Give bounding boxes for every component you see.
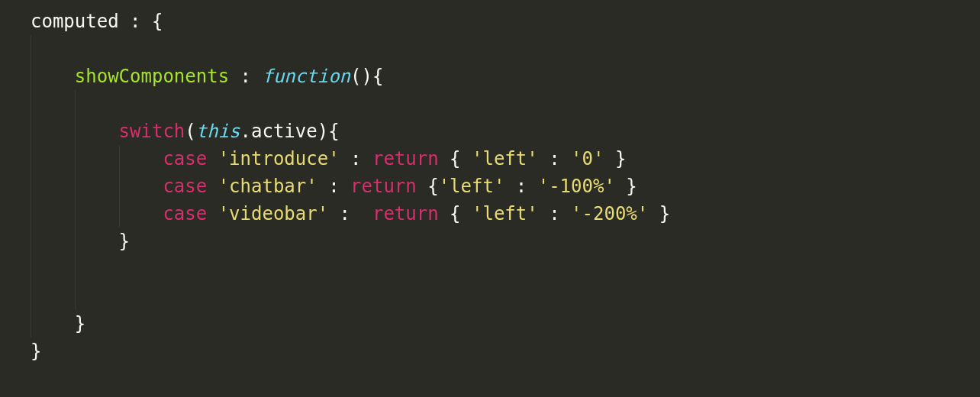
string-literal: 'left' <box>472 148 538 169</box>
punctuation: } <box>604 148 626 169</box>
punctuation: : <box>505 176 537 197</box>
keyword-case: case <box>163 148 207 169</box>
keyword-switch: switch <box>119 121 185 142</box>
code-line: case 'chatbar' : return {'left' : '-100%… <box>31 173 980 200</box>
code-line: } <box>31 310 980 337</box>
code-line: } <box>31 228 980 255</box>
keyword-return: return <box>350 176 417 197</box>
punctuation: : <box>229 66 262 87</box>
code-line: showComponents : function(){ <box>31 63 980 90</box>
punctuation: } <box>31 341 41 362</box>
punctuation: { <box>439 148 472 169</box>
code-line <box>31 282 980 310</box>
property-name: computed <box>31 11 119 32</box>
string-literal: 'introduce' <box>218 148 340 169</box>
keyword-case: case <box>163 176 207 197</box>
code-line <box>31 35 980 63</box>
string-literal: 'videobar' <box>218 203 329 224</box>
punctuation: : <box>538 148 571 169</box>
code-line: } <box>31 337 980 365</box>
punctuation: : { <box>119 11 163 32</box>
punctuation: : <box>328 203 361 224</box>
punctuation: } <box>119 231 130 252</box>
punctuation: : <box>340 148 372 169</box>
string-literal: '-200%' <box>571 203 648 224</box>
punctuation: } <box>615 176 637 197</box>
code-line <box>31 90 980 118</box>
punctuation: { <box>417 176 439 197</box>
string-literal: '-100%' <box>538 176 615 197</box>
keyword-function: function <box>262 66 350 87</box>
code-line: case 'introduce' : return { 'left' : '0'… <box>31 145 980 173</box>
property-name: showComponents <box>75 66 229 87</box>
punctuation: } <box>75 313 85 334</box>
string-literal: 'chatbar' <box>218 176 318 197</box>
string-literal: 'left' <box>439 176 505 197</box>
punctuation: : <box>538 203 571 224</box>
punctuation: : <box>318 176 350 197</box>
punctuation: { <box>439 203 472 224</box>
code-line: computed : { <box>31 8 980 35</box>
punctuation: (){ <box>350 66 383 87</box>
code-line: case 'videobar' : return { 'left' : '-20… <box>31 200 980 228</box>
string-literal: '0' <box>571 148 604 169</box>
keyword-return: return <box>372 148 439 169</box>
punctuation <box>362 203 372 224</box>
keyword-case: case <box>163 203 207 224</box>
punctuation: .active){ <box>240 121 340 142</box>
code-line <box>31 255 980 282</box>
punctuation: } <box>648 203 670 224</box>
code-editor[interactable]: computed : { showComponents : function()… <box>0 8 980 365</box>
keyword-this: this <box>196 121 240 142</box>
keyword-return: return <box>372 203 439 224</box>
string-literal: 'left' <box>472 203 538 224</box>
code-line: switch(this.active){ <box>31 118 980 145</box>
punctuation: ( <box>185 121 195 142</box>
